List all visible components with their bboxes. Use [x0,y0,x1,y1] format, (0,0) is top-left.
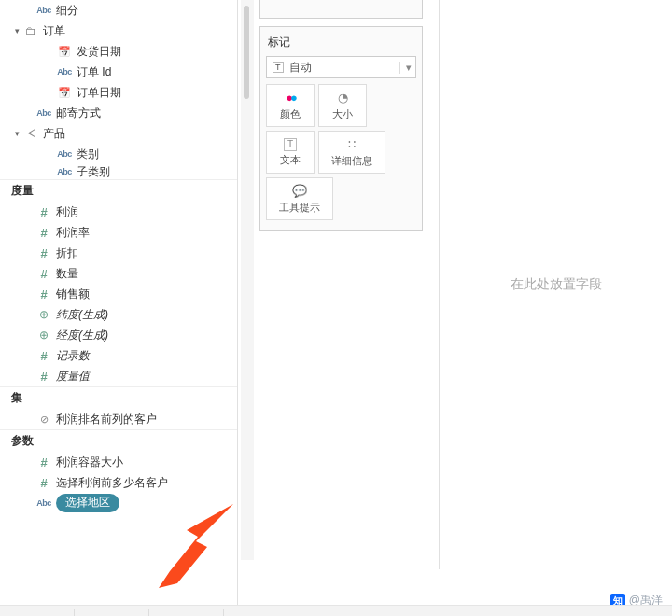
abc-icon: Abc [56,149,73,159]
field-label: 子类别 [77,164,233,179]
number-icon: # [35,370,52,384]
number-icon: # [35,246,52,260]
color-icon: ●● [286,91,295,105]
marks-type-label: 自动 [289,60,312,76]
field-ship-mode[interactable]: Abc邮寄方式 [0,103,237,123]
field-label: 纬度(生成) [56,307,233,323]
field-longitude[interactable]: ⊕经度(生成) [0,325,237,345]
field-label: 类别 [77,147,233,162]
field-label: 数量 [56,266,233,282]
caret-down-icon: ▾ [11,26,22,35]
text-mark-icon: T [273,62,284,73]
marks-grid: ●●颜色 ◔大小 T文本 ∷详细信息 💬工具提示 [266,84,416,220]
field-profit[interactable]: #利润 [0,202,237,222]
abc-icon: Abc [56,67,73,77]
cell-label: 大小 [332,107,353,121]
field-discount[interactable]: #折扣 [0,243,237,263]
tooltip-icon: 💬 [292,184,307,199]
marks-type-dropdown[interactable]: T自动 [266,56,416,78]
field-label: 折扣 [56,245,233,261]
detail-icon: ∷ [348,137,356,152]
field-profit-rate[interactable]: #利润率 [0,222,237,243]
field-label: 订单 Id [77,64,233,80]
section-measures: 度量 [0,179,237,202]
cell-label: 文本 [280,153,301,167]
marks-text[interactable]: T文本 [266,131,315,174]
field-measure-values[interactable]: #度量值 [0,366,237,386]
field-label: 度量值 [56,369,233,385]
size-icon: ◔ [338,91,348,105]
number-icon: # [35,349,52,363]
number-icon: # [35,226,52,240]
folder-label: 订单 [43,23,233,39]
marks-tooltip[interactable]: 💬工具提示 [266,177,333,220]
folder-product[interactable]: ▾ᗕ产品 [0,123,237,144]
set-icon: ⊘ [35,413,52,426]
selected-pill: 选择地区 [56,494,119,512]
field-label: 细分 [56,3,233,19]
number-icon: # [35,287,52,301]
marks-size[interactable]: ◔大小 [318,84,367,127]
field-sales[interactable]: #销售额 [0,284,237,304]
field-label: 利润容器大小 [56,455,233,470]
field-label: 邮寄方式 [56,105,233,121]
param-top-n-customers[interactable]: #选择利润前多少名客户 [0,472,237,493]
cell-label: 颜色 [280,107,301,121]
hierarchy-icon: ᗕ [22,127,39,140]
field-segment[interactable]: Abc细分 [0,0,237,21]
globe-icon: ⊕ [35,308,52,321]
abc-icon: Abc [35,108,52,118]
field-order-date[interactable]: 📅订单日期 [0,82,237,103]
abc-icon: Abc [56,167,73,176]
field-subcategory[interactable]: Abc子类别 [0,164,237,179]
section-parameters: 参数 [0,429,237,452]
folder-icon: 🗀 [22,24,39,37]
calendar-icon: 📅 [56,46,73,58]
canvas-placeholder: 在此处放置字段 [511,276,602,293]
cell-label: 工具提示 [279,201,320,215]
vertical-scrollbar[interactable] [241,0,254,560]
data-pane: Abc细分 ▾🗀订单 📅发货日期 Abc订单 Id 📅订单日期 Abc邮寄方式 … [0,0,238,616]
field-label: 发货日期 [77,44,233,60]
number-icon: # [35,205,52,219]
section-sets: 集 [0,386,237,409]
folder-label: 产品 [43,126,233,142]
view-canvas[interactable]: 在此处放置字段 [439,0,672,569]
globe-icon: ⊕ [35,329,52,342]
field-records[interactable]: #记录数 [0,345,237,366]
field-label: 经度(生成) [56,328,233,343]
field-label: 销售额 [56,287,233,302]
abc-icon: Abc [35,498,52,508]
field-quantity[interactable]: #数量 [0,263,237,284]
field-label: 利润排名前列的客户 [56,412,233,427]
marks-title: 标记 [266,33,416,56]
field-category[interactable]: Abc类别 [0,144,237,164]
folder-order[interactable]: ▾🗀订单 [0,21,237,41]
marks-detail[interactable]: ∷详细信息 [318,131,385,174]
field-label: 利润率 [56,225,233,241]
calendar-icon: 📅 [56,87,73,99]
field-latitude[interactable]: ⊕纬度(生成) [0,304,237,325]
text-icon: T [284,138,297,151]
number-icon: # [35,476,52,490]
cell-label: 详细信息 [331,154,372,168]
number-icon: # [35,267,52,281]
sheet-tabs-bar[interactable] [0,605,672,616]
caret-down-icon: ▾ [11,129,22,138]
field-label: 订单日期 [77,85,233,101]
abc-icon: Abc [35,6,52,15]
set-top-profit-customers[interactable]: ⊘利润排名前列的客户 [0,409,237,429]
param-select-region[interactable]: Abc选择地区 [0,493,237,513]
field-label: 选择利润前多少名客户 [56,475,233,491]
field-ship-date[interactable]: 📅发货日期 [0,41,237,62]
field-order-id[interactable]: Abc订单 Id [0,62,237,82]
marks-card: 标记 T自动 ●●颜色 ◔大小 T文本 ∷详细信息 💬工具提示 [259,26,423,231]
field-label: 利润 [56,204,233,220]
param-bin-size[interactable]: #利润容器大小 [0,452,237,472]
marks-color[interactable]: ●●颜色 [266,84,315,127]
shelf-above [259,0,423,19]
number-icon: # [35,455,52,469]
field-label: 记录数 [56,348,233,364]
